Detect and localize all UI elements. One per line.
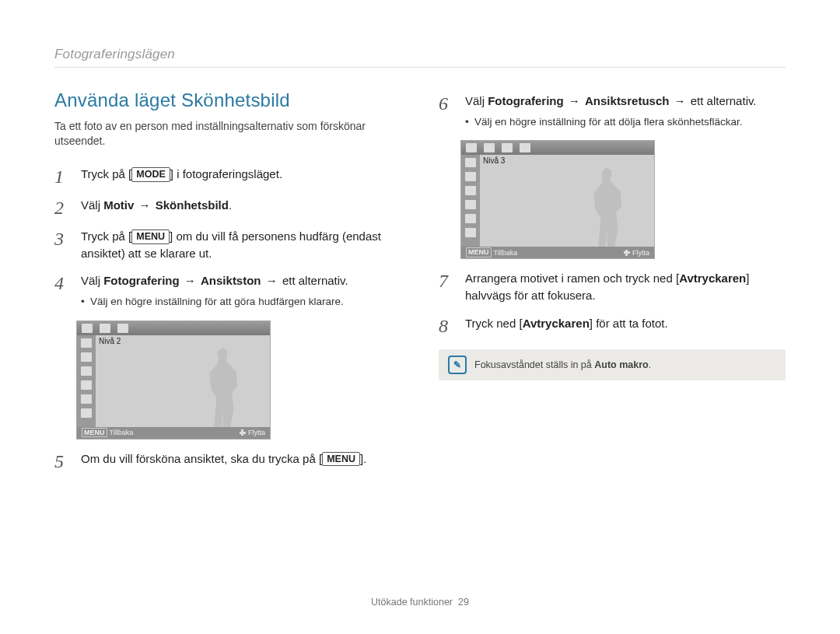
lcd-level-label: Nivå 2 bbox=[99, 337, 121, 345]
retouch-level-3-icon bbox=[502, 143, 513, 152]
bold: Fotografering bbox=[488, 94, 564, 107]
divider bbox=[54, 67, 786, 68]
step-7: 7 Arrangera motivet i ramen och tryck ne… bbox=[439, 270, 786, 304]
bold: Avtryckaren bbox=[523, 317, 590, 330]
right-column: 6 Välj Fotografering → Ansiktsretusch → … bbox=[439, 82, 786, 482]
step-8: 8 Tryck ned [Avtryckaren] för att ta fot… bbox=[439, 315, 786, 335]
step-number: 2 bbox=[54, 197, 70, 217]
quality-icon bbox=[465, 200, 476, 209]
step-5: 5 Om du vill försköna ansiktet, ska du t… bbox=[54, 450, 401, 471]
bold: Motiv bbox=[103, 198, 134, 212]
person-silhouette-icon bbox=[201, 348, 246, 427]
menu-key-icon: MENU bbox=[82, 428, 107, 438]
voice-off-icon bbox=[81, 408, 92, 418]
arrow-icon: → bbox=[564, 94, 585, 107]
step-text: Tryck på [ bbox=[81, 229, 131, 243]
person-silhouette-icon bbox=[585, 167, 630, 247]
step-text: Tryck på [ bbox=[81, 167, 131, 180]
lcd-top-bar bbox=[77, 321, 270, 335]
beauty-tone-icon bbox=[81, 338, 92, 348]
bold: Auto makro bbox=[594, 359, 648, 370]
section-title: Använda läget Skönhetsbild bbox=[54, 89, 401, 111]
step-text: Välj bbox=[465, 94, 488, 107]
step-number: 3 bbox=[54, 228, 70, 248]
sub-bullet: Välj en högre inställning för att dölja … bbox=[465, 114, 757, 130]
note-text: . bbox=[649, 359, 651, 370]
step-6: 6 Välj Fotografering → Ansiktsretusch → … bbox=[439, 93, 786, 129]
step-text: . bbox=[229, 198, 232, 212]
lcd-level-label: Nivå 3 bbox=[483, 156, 505, 165]
step-number: 5 bbox=[54, 450, 70, 471]
face-level-1-icon bbox=[82, 324, 93, 333]
lcd-side-bar bbox=[461, 155, 480, 247]
lcd-back-label: Tillbaka bbox=[494, 249, 518, 257]
step-3: 3 Tryck på [MENU] om du vill få personen… bbox=[54, 228, 401, 262]
lcd-top-bar bbox=[461, 141, 654, 155]
note-text: Fokusavståndet ställs in på bbox=[474, 359, 594, 370]
lcd-canvas: Nivå 3 bbox=[480, 155, 654, 247]
metering-icon bbox=[81, 394, 92, 404]
arrow-icon: → bbox=[261, 274, 282, 287]
bold: Skönhetsbild bbox=[156, 198, 229, 212]
lcd-bottom-bar: MENUTillbaka Flytta bbox=[77, 427, 270, 439]
resolution-icon bbox=[81, 366, 92, 376]
step-number: 1 bbox=[54, 166, 70, 186]
face-level-2-icon bbox=[100, 324, 110, 333]
step-number: 4 bbox=[54, 272, 70, 292]
retouch-level-2-icon bbox=[484, 143, 495, 152]
step-2: 2 Välj Motiv → Skönhetsbild. bbox=[54, 197, 401, 217]
step-text: Om du vill försköna ansiktet, ska du try… bbox=[81, 452, 322, 465]
bold: Avtryckaren bbox=[679, 271, 746, 285]
info-icon: ✎ bbox=[448, 356, 467, 374]
bold: Ansiktsretusch bbox=[585, 94, 669, 107]
step-text: ]. bbox=[360, 452, 366, 465]
arrow-icon: → bbox=[669, 94, 690, 107]
left-column: Använda läget Skönhetsbild Ta ett foto a… bbox=[54, 82, 401, 482]
dpad-icon bbox=[624, 250, 630, 256]
camera-lcd-preview: Nivå 2 MENUTillbaka Flytta bbox=[76, 321, 271, 440]
step-number: 8 bbox=[439, 315, 454, 335]
mode-key: MODE bbox=[131, 167, 170, 182]
step-number: 6 bbox=[439, 93, 454, 113]
info-note: ✎ Fokusavståndet ställs in på Auto makro… bbox=[439, 349, 786, 380]
retouch-level-4-icon bbox=[520, 143, 530, 152]
face-level-3-icon bbox=[117, 324, 128, 333]
arrow-icon: → bbox=[134, 198, 155, 212]
sub-bullet: Välj en högre inställning för att göra h… bbox=[81, 294, 348, 310]
step-text: ett alternativ. bbox=[691, 94, 757, 107]
lcd-bottom-bar: MENUTillbaka Flytta bbox=[461, 247, 654, 258]
bold: Fotografering bbox=[103, 274, 180, 287]
step-text: Välj bbox=[81, 198, 103, 212]
page-footer: Utökade funktioner 29 bbox=[0, 597, 840, 608]
menu-key-icon: MENU bbox=[466, 247, 492, 257]
step-text: Tryck ned [ bbox=[465, 317, 523, 330]
quality-icon bbox=[81, 380, 92, 390]
voice-off-icon bbox=[465, 228, 476, 237]
lcd-back-label: Tillbaka bbox=[110, 429, 134, 436]
footer-section-label: Utökade funktioner bbox=[371, 597, 453, 608]
step-text: Arrangera motivet i ramen och tryck ned … bbox=[465, 271, 679, 285]
intro-text: Ta ett foto av en person med inställning… bbox=[54, 119, 401, 149]
focus-icon bbox=[81, 352, 92, 362]
page-number: 29 bbox=[458, 597, 469, 608]
breadcrumb: Fotograferingslägen bbox=[54, 47, 786, 62]
beauty-retouch-icon bbox=[465, 158, 476, 167]
bold: Ansiktston bbox=[201, 274, 261, 287]
focus-icon bbox=[465, 172, 476, 181]
retouch-level-1-icon bbox=[466, 143, 477, 152]
camera-lcd-preview: Nivå 3 MENUTillbaka Flytta bbox=[460, 140, 655, 259]
lcd-move-label: Flytta bbox=[632, 249, 649, 257]
lcd-canvas: Nivå 2 bbox=[96, 335, 270, 427]
step-1: 1 Tryck på [MODE] i fotograferingsläget. bbox=[54, 166, 401, 186]
dpad-icon bbox=[240, 429, 246, 436]
step-number: 7 bbox=[439, 270, 454, 290]
step-text: ett alternativ. bbox=[282, 274, 348, 287]
metering-icon bbox=[465, 214, 476, 223]
menu-key: MENU bbox=[131, 229, 170, 244]
resolution-icon bbox=[465, 186, 476, 195]
step-text: ] för att ta fotot. bbox=[590, 317, 668, 330]
lcd-side-bar bbox=[77, 335, 96, 427]
lcd-move-label: Flytta bbox=[248, 429, 265, 436]
step-4: 4 Välj Fotografering → Ansiktston → ett … bbox=[54, 272, 401, 309]
arrow-icon: → bbox=[180, 274, 201, 287]
